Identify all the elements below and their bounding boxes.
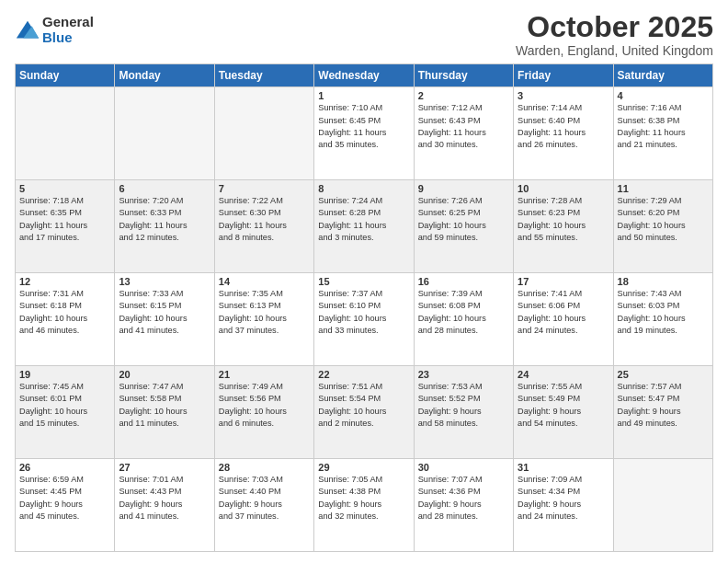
calendar-cell-w5-d5: 30Sunrise: 7:07 AMSunset: 4:36 PMDayligh… <box>414 459 513 552</box>
day-info: Sunrise: 7:55 AMSunset: 5:49 PMDaylight:… <box>518 381 609 430</box>
day-number: 16 <box>418 276 509 287</box>
calendar-cell-w4-d5: 23Sunrise: 7:53 AMSunset: 5:52 PMDayligh… <box>414 366 513 459</box>
calendar-cell-w4-d6: 24Sunrise: 7:55 AMSunset: 5:49 PMDayligh… <box>514 366 613 459</box>
day-info: Sunrise: 7:01 AMSunset: 4:43 PMDaylight:… <box>119 474 210 523</box>
day-number: 11 <box>618 183 709 194</box>
location: Warden, England, United Kingdom <box>516 43 713 58</box>
calendar-table: Sunday Monday Tuesday Wednesday Thursday… <box>15 63 713 552</box>
calendar-cell-w4-d2: 20Sunrise: 7:47 AMSunset: 5:58 PMDayligh… <box>115 366 214 459</box>
calendar-cell-w3-d4: 15Sunrise: 7:37 AMSunset: 6:10 PMDayligh… <box>314 273 414 366</box>
day-number: 2 <box>418 90 509 101</box>
calendar-cell-w1-d5: 2Sunrise: 7:12 AMSunset: 6:43 PMDaylight… <box>414 87 513 180</box>
week-row-4: 19Sunrise: 7:45 AMSunset: 6:01 PMDayligh… <box>16 366 713 459</box>
logo-blue-text: Blue <box>42 30 94 46</box>
day-number: 13 <box>119 276 210 287</box>
day-info: Sunrise: 7:18 AMSunset: 6:35 PMDaylight:… <box>19 195 110 244</box>
day-info: Sunrise: 7:41 AMSunset: 6:06 PMDaylight:… <box>518 288 609 337</box>
day-info: Sunrise: 7:07 AMSunset: 4:36 PMDaylight:… <box>418 474 509 523</box>
day-number: 9 <box>418 183 509 194</box>
calendar-cell-w4-d4: 22Sunrise: 7:51 AMSunset: 5:54 PMDayligh… <box>314 366 414 459</box>
day-info: Sunrise: 7:39 AMSunset: 6:08 PMDaylight:… <box>418 288 509 337</box>
week-row-2: 5Sunrise: 7:18 AMSunset: 6:35 PMDaylight… <box>16 180 713 273</box>
day-info: Sunrise: 7:20 AMSunset: 6:33 PMDaylight:… <box>119 195 210 244</box>
calendar-cell-w1-d7: 4Sunrise: 7:16 AMSunset: 6:38 PMDaylight… <box>613 87 712 180</box>
day-info: Sunrise: 7:45 AMSunset: 6:01 PMDaylight:… <box>19 381 110 430</box>
day-number: 29 <box>318 462 409 473</box>
day-number: 31 <box>518 462 609 473</box>
day-number: 19 <box>19 369 110 380</box>
day-info: Sunrise: 7:05 AMSunset: 4:38 PMDaylight:… <box>318 474 409 523</box>
day-number: 23 <box>418 369 509 380</box>
day-number: 30 <box>418 462 509 473</box>
day-info: Sunrise: 7:33 AMSunset: 6:15 PMDaylight:… <box>119 288 210 337</box>
calendar-cell-w1-d2 <box>115 87 214 180</box>
day-number: 5 <box>19 183 110 194</box>
day-info: Sunrise: 7:03 AMSunset: 4:40 PMDaylight:… <box>219 474 310 523</box>
calendar-cell-w4-d1: 19Sunrise: 7:45 AMSunset: 6:01 PMDayligh… <box>16 366 115 459</box>
calendar-cell-w3-d6: 17Sunrise: 7:41 AMSunset: 6:06 PMDayligh… <box>514 273 613 366</box>
day-number: 18 <box>618 276 709 287</box>
day-info: Sunrise: 7:28 AMSunset: 6:23 PMDaylight:… <box>518 195 609 244</box>
day-number: 3 <box>518 90 609 101</box>
calendar-cell-w5-d4: 29Sunrise: 7:05 AMSunset: 4:38 PMDayligh… <box>314 459 414 552</box>
day-number: 22 <box>318 369 409 380</box>
header-sunday: Sunday <box>16 64 115 87</box>
calendar-cell-w2-d6: 10Sunrise: 7:28 AMSunset: 6:23 PMDayligh… <box>514 180 613 273</box>
day-info: Sunrise: 7:09 AMSunset: 4:34 PMDaylight:… <box>518 474 609 523</box>
day-info: Sunrise: 7:24 AMSunset: 6:28 PMDaylight:… <box>318 195 409 244</box>
day-info: Sunrise: 7:26 AMSunset: 6:25 PMDaylight:… <box>418 195 509 244</box>
calendar-cell-w3-d5: 16Sunrise: 7:39 AMSunset: 6:08 PMDayligh… <box>414 273 513 366</box>
day-number: 7 <box>219 183 310 194</box>
calendar-cell-w1-d3 <box>214 87 313 180</box>
calendar-cell-w3-d2: 13Sunrise: 7:33 AMSunset: 6:15 PMDayligh… <box>115 273 214 366</box>
day-number: 21 <box>219 369 310 380</box>
day-info: Sunrise: 7:14 AMSunset: 6:40 PMDaylight:… <box>518 102 609 151</box>
days-header-row: Sunday Monday Tuesday Wednesday Thursday… <box>16 64 713 87</box>
calendar-cell-w1-d4: 1Sunrise: 7:10 AMSunset: 6:45 PMDaylight… <box>314 87 414 180</box>
calendar-cell-w1-d6: 3Sunrise: 7:14 AMSunset: 6:40 PMDaylight… <box>514 87 613 180</box>
header: General Blue October 2025 Warden, Englan… <box>15 11 713 58</box>
day-info: Sunrise: 7:35 AMSunset: 6:13 PMDaylight:… <box>219 288 310 337</box>
calendar-cell-w3-d7: 18Sunrise: 7:43 AMSunset: 6:03 PMDayligh… <box>613 273 712 366</box>
calendar-cell-w4-d7: 25Sunrise: 7:57 AMSunset: 5:47 PMDayligh… <box>613 366 712 459</box>
day-info: Sunrise: 7:43 AMSunset: 6:03 PMDaylight:… <box>618 288 709 337</box>
logo: General Blue <box>15 15 94 45</box>
day-number: 15 <box>318 276 409 287</box>
header-thursday: Thursday <box>414 64 513 87</box>
title-block: October 2025 Warden, England, United Kin… <box>516 11 713 58</box>
calendar-cell-w2-d4: 8Sunrise: 7:24 AMSunset: 6:28 PMDaylight… <box>314 180 414 273</box>
day-number: 6 <box>119 183 210 194</box>
day-number: 25 <box>618 369 709 380</box>
calendar-cell-w5-d7 <box>613 459 712 552</box>
day-info: Sunrise: 6:59 AMSunset: 4:45 PMDaylight:… <box>19 474 110 523</box>
day-info: Sunrise: 7:22 AMSunset: 6:30 PMDaylight:… <box>219 195 310 244</box>
day-info: Sunrise: 7:47 AMSunset: 5:58 PMDaylight:… <box>119 381 210 430</box>
day-info: Sunrise: 7:57 AMSunset: 5:47 PMDaylight:… <box>618 381 709 430</box>
day-info: Sunrise: 7:31 AMSunset: 6:18 PMDaylight:… <box>19 288 110 337</box>
day-number: 26 <box>19 462 110 473</box>
calendar-cell-w5-d1: 26Sunrise: 6:59 AMSunset: 4:45 PMDayligh… <box>16 459 115 552</box>
week-row-1: 1Sunrise: 7:10 AMSunset: 6:45 PMDaylight… <box>16 87 713 180</box>
day-info: Sunrise: 7:49 AMSunset: 5:56 PMDaylight:… <box>219 381 310 430</box>
day-number: 14 <box>219 276 310 287</box>
day-number: 27 <box>119 462 210 473</box>
calendar-cell-w2-d5: 9Sunrise: 7:26 AMSunset: 6:25 PMDaylight… <box>414 180 513 273</box>
calendar-cell-w1-d1 <box>16 87 115 180</box>
calendar-cell-w2-d1: 5Sunrise: 7:18 AMSunset: 6:35 PMDaylight… <box>16 180 115 273</box>
day-number: 4 <box>618 90 709 101</box>
calendar-cell-w5-d3: 28Sunrise: 7:03 AMSunset: 4:40 PMDayligh… <box>214 459 313 552</box>
calendar-cell-w4-d3: 21Sunrise: 7:49 AMSunset: 5:56 PMDayligh… <box>214 366 313 459</box>
day-info: Sunrise: 7:16 AMSunset: 6:38 PMDaylight:… <box>618 102 709 151</box>
header-wednesday: Wednesday <box>314 64 414 87</box>
calendar-cell-w2-d7: 11Sunrise: 7:29 AMSunset: 6:20 PMDayligh… <box>613 180 712 273</box>
day-number: 24 <box>518 369 609 380</box>
week-row-5: 26Sunrise: 6:59 AMSunset: 4:45 PMDayligh… <box>16 459 713 552</box>
day-info: Sunrise: 7:51 AMSunset: 5:54 PMDaylight:… <box>318 381 409 430</box>
calendar-cell-w3-d1: 12Sunrise: 7:31 AMSunset: 6:18 PMDayligh… <box>16 273 115 366</box>
logo-icon <box>15 17 40 43</box>
day-info: Sunrise: 7:12 AMSunset: 6:43 PMDaylight:… <box>418 102 509 151</box>
day-info: Sunrise: 7:10 AMSunset: 6:45 PMDaylight:… <box>318 102 409 151</box>
day-number: 8 <box>318 183 409 194</box>
day-info: Sunrise: 7:53 AMSunset: 5:52 PMDaylight:… <box>418 381 509 430</box>
page: General Blue October 2025 Warden, Englan… <box>0 0 728 563</box>
